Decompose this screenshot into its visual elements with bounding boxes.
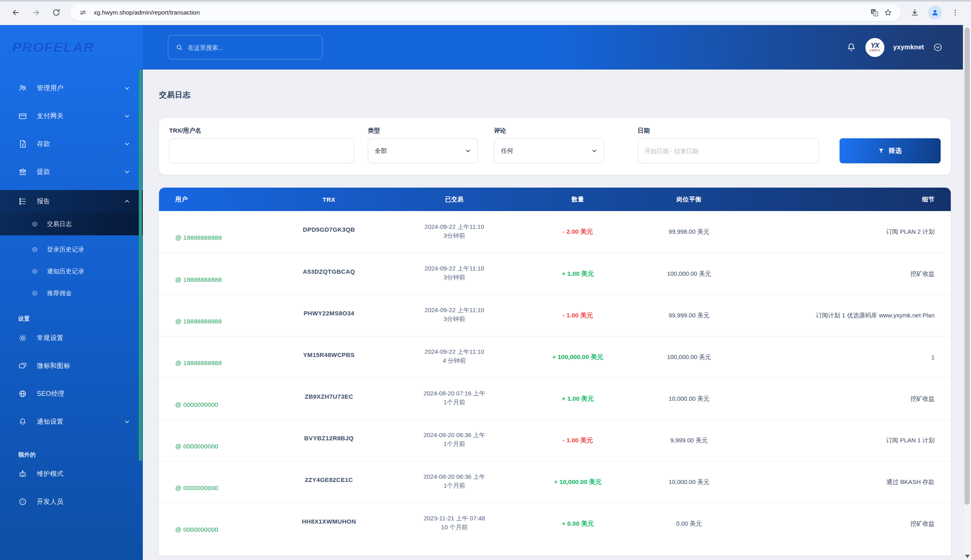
row-post-balance: 99,998.00 美元 bbox=[645, 228, 734, 236]
sidebar-item-deposits[interactable]: $ 存款 bbox=[0, 134, 143, 154]
table-row[interactable]: @ 0000000000 ZB9XZH7U73EC 2024-08-20 07:… bbox=[159, 378, 951, 419]
bank-icon bbox=[18, 167, 27, 176]
row-user[interactable]: @ 18888888888 bbox=[159, 318, 260, 325]
site-settings-icon[interactable] bbox=[76, 6, 90, 19]
svg-text:$: $ bbox=[22, 143, 24, 147]
sidebar-subitem-transaction-log[interactable]: 交易日志 bbox=[0, 213, 143, 235]
filter-submit-button[interactable]: 筛选 bbox=[840, 138, 941, 163]
sidebar-item-manage-users[interactable]: 管理用户 bbox=[0, 78, 143, 98]
table-row[interactable]: @ 0000000000 2ZY4GE82CE1C 2024-08-20 06:… bbox=[159, 461, 951, 503]
sidebar-item-withdrawals[interactable]: 提款 bbox=[0, 162, 143, 182]
page-scrollbar[interactable] bbox=[963, 25, 971, 560]
topbar: YX 优选源码库 yxymknet bbox=[143, 25, 971, 70]
row-user[interactable]: @ 18888888888 bbox=[159, 276, 260, 283]
col-amount: 数量 bbox=[511, 196, 645, 203]
table-row[interactable]: @ 18888888888 YM15R48WCPBS 2024-09-22 上午… bbox=[159, 336, 951, 378]
search-box[interactable] bbox=[168, 35, 322, 59]
table-row[interactable]: @ 18888888888 PHWY22MS8O34 2024-09-22 上午… bbox=[159, 294, 951, 336]
row-ago-line: 1个月前 bbox=[398, 481, 511, 490]
user-menu-chevron-icon[interactable] bbox=[933, 42, 943, 52]
row-date: 2024-09-22 上午11:10 3分钟前 bbox=[398, 306, 511, 323]
reload-icon[interactable] bbox=[49, 5, 64, 20]
row-ago-line: 10 个月前 bbox=[398, 523, 511, 532]
search-input[interactable] bbox=[188, 44, 315, 51]
row-ago-line: 3分钟前 bbox=[398, 273, 511, 282]
address-bar[interactable]: xg.hwym.shop/admin/report/transaction G文 bbox=[70, 4, 901, 21]
row-trx: PHWY22MS8O34 bbox=[260, 310, 398, 317]
sidebar-subitem-label: 推荐佣金 bbox=[47, 290, 72, 297]
brand-logo[interactable]: PROFELAR bbox=[12, 40, 94, 55]
row-user[interactable]: @ 0000000000 bbox=[159, 526, 260, 533]
sidebar-section-extra: 额外的 bbox=[0, 440, 143, 464]
row-details: 挖矿收益 bbox=[734, 270, 951, 278]
sidebar-subitem-referral-commission[interactable]: 推荐佣金 bbox=[0, 282, 143, 304]
bookmark-star-icon[interactable] bbox=[881, 6, 895, 19]
row-user[interactable]: @ 18888888888 bbox=[159, 359, 260, 366]
row-post-balance: 10,000.00 美元 bbox=[645, 478, 734, 486]
table-row[interactable]: @ 0000000000 BVYBZ12R8BJQ 2024-08-20 06:… bbox=[159, 419, 951, 461]
back-icon[interactable] bbox=[8, 5, 23, 20]
user-avatar[interactable]: YX 优选源码库 bbox=[865, 38, 884, 57]
row-user[interactable]: @ 0000000000 bbox=[159, 401, 260, 408]
sidebar-item-notification-settings[interactable]: 通知设置 bbox=[0, 412, 143, 431]
table-row[interactable]: @ 18888888888 DPD5GD7GK3QB 2024-09-22 上午… bbox=[159, 211, 951, 253]
trx-username-input[interactable] bbox=[176, 148, 348, 154]
sidebar-subitem-login-history[interactable]: 登录历史记录 bbox=[0, 239, 143, 260]
date-range-input[interactable] bbox=[645, 148, 812, 154]
browser-profile-avatar[interactable] bbox=[928, 6, 942, 19]
avatar-caption: 优选源码库 bbox=[869, 49, 880, 52]
row-date: 2024-09-22 上午11:10 3分钟前 bbox=[398, 264, 511, 282]
row-trx: HH8X1XWMUHON bbox=[260, 518, 398, 525]
sidebar-item-seo-manager[interactable]: SEO经理 bbox=[0, 384, 143, 404]
sidebar-subitem-notification-history[interactable]: 通知历史记录 bbox=[0, 260, 143, 282]
transactions-table: 用户 TRX 已交易 数量 岗位平衡 细节 @ 18888888888 DPD5… bbox=[159, 188, 951, 556]
scrollbar-thumb[interactable] bbox=[965, 27, 970, 505]
images-icon bbox=[18, 361, 27, 370]
scrollbar-down-arrow[interactable] bbox=[965, 555, 970, 558]
sidebar-item-label: 维护模式 bbox=[37, 470, 130, 478]
url-text[interactable]: xg.hwym.shop/admin/report/transaction bbox=[94, 9, 867, 16]
download-icon[interactable] bbox=[907, 5, 922, 20]
row-user[interactable]: @ 0000000000 bbox=[159, 443, 260, 450]
filter-card: TRX/用户名 类型 全部 评论 bbox=[159, 118, 951, 175]
dot-circle-icon bbox=[32, 246, 38, 253]
browser-menu-icon[interactable] bbox=[948, 5, 963, 20]
notifications-bell-icon[interactable] bbox=[846, 42, 857, 53]
row-user[interactable]: @ 0000000000 bbox=[159, 484, 260, 491]
sidebar-item-developers[interactable]: 开发人员 bbox=[0, 492, 143, 511]
row-user[interactable]: @ 18888888888 bbox=[159, 234, 260, 241]
sidebar-item-reports[interactable]: 报告 bbox=[0, 190, 143, 213]
row-date: 2024-08-20 07:16 上午 1个月前 bbox=[398, 389, 511, 407]
browser-toolbar: xg.hwym.shop/admin/report/transaction G文 bbox=[0, 0, 971, 25]
sidebar-item-payment-gateway[interactable]: 支付网关 bbox=[0, 106, 143, 126]
sidebar-subitem-label: 交易日志 bbox=[47, 220, 72, 228]
comment-select[interactable]: 任何 bbox=[494, 138, 604, 163]
row-date-line: 2024-08-20 06:36 上午 bbox=[398, 472, 511, 481]
robot-icon bbox=[18, 469, 27, 478]
sidebar-section-settings: 设置 bbox=[0, 304, 143, 328]
forward-icon[interactable] bbox=[28, 5, 44, 20]
row-trx: A53DZQTGBCAQ bbox=[260, 268, 398, 275]
sidebar-item-general-settings[interactable]: 常规设置 bbox=[0, 328, 143, 348]
row-post-balance: 0.00 美元 bbox=[645, 520, 734, 528]
sidebar-item-logo-icons[interactable]: 微标和图标 bbox=[0, 356, 143, 376]
table-row[interactable]: @ 0000000000 HH8X1XWMUHON 2023-11-21 上午 … bbox=[159, 503, 951, 544]
report-list-icon bbox=[18, 197, 27, 206]
row-trx: 2ZY4GE82CE1C bbox=[260, 476, 398, 483]
row-post-balance: 100,000.00 美元 bbox=[645, 270, 734, 278]
sidebar-menu: 管理用户 支付网关 $ 存款 bbox=[0, 70, 143, 511]
row-amount: - 1.00 美元 bbox=[511, 311, 645, 320]
logo-wrap: PROFELAR bbox=[0, 25, 143, 70]
col-post-balance: 岗位平衡 bbox=[645, 196, 734, 203]
translate-icon[interactable]: G文 bbox=[867, 6, 881, 19]
row-details: 订阅计划 1 优选源码库 www.yxymk.net Plan bbox=[734, 312, 951, 319]
chevron-down-icon bbox=[124, 419, 130, 425]
type-select[interactable]: 全部 bbox=[368, 138, 478, 163]
bell-icon bbox=[18, 417, 27, 426]
table-row[interactable]: @ 18888888888 A53DZQTGBCAQ 2024-09-22 上午… bbox=[159, 253, 951, 294]
sidebar-scrollbar[interactable] bbox=[139, 70, 142, 461]
row-amount: + 100,000.00 美元 bbox=[511, 353, 645, 361]
sidebar-item-maintenance-mode[interactable]: 维护模式 bbox=[0, 464, 143, 484]
developer-icon bbox=[18, 497, 27, 506]
comment-select-value: 任何 bbox=[501, 147, 513, 155]
